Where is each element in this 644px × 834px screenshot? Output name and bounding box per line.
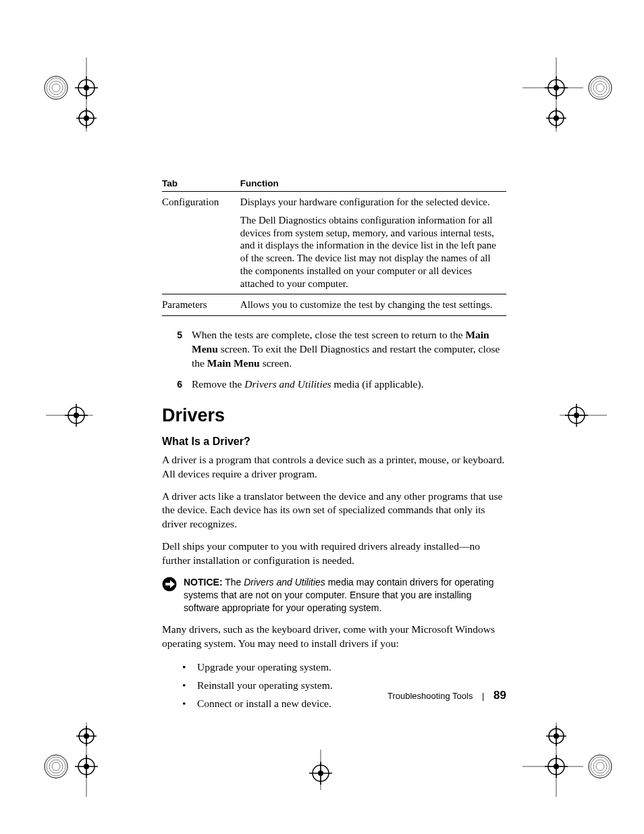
tab-function-table: Tab Function Configuration Displays your… — [162, 176, 506, 316]
step-body: When the tests are complete, close the t… — [192, 328, 506, 371]
table-cell-tab: Parameters — [162, 294, 240, 316]
svg-point-66 — [589, 755, 612, 778]
bullet-list: Upgrade your operating system. Reinstall… — [182, 659, 506, 712]
body-paragraph: A driver acts like a translator between … — [162, 490, 506, 532]
svg-point-20 — [589, 76, 612, 99]
notice-text: NOTICE: The Drivers and Utilities media … — [184, 576, 506, 615]
svg-point-22 — [593, 81, 607, 95]
step-text: Remove the — [192, 378, 244, 390]
table-cell-function: Allows you to customize the test by chan… — [240, 294, 506, 316]
page-content: Tab Function Configuration Displays your… — [162, 176, 506, 714]
table-cell-function: Displays your hardware configuration for… — [240, 192, 506, 294]
svg-point-46 — [52, 762, 60, 771]
notice-italic: Drivers and Utilities — [244, 577, 325, 588]
footer-separator: | — [482, 691, 484, 701]
body-paragraph: Many drivers, such as the keyboard drive… — [162, 623, 506, 651]
table-func-text: Allows you to customize the test by chan… — [240, 298, 502, 311]
step-text: media (if applicable). — [331, 378, 424, 390]
notice-arrow-icon — [162, 577, 178, 592]
step-number: 6 — [162, 377, 192, 392]
step-bold: Main Menu — [207, 357, 260, 369]
crop-mark-bottom-center — [297, 750, 344, 790]
footer-section: Troubleshooting Tools — [387, 691, 473, 701]
page-footer: Troubleshooting Tools | 89 — [162, 689, 506, 702]
table-cell-tab: Configuration — [162, 192, 240, 294]
section-heading-drivers: Drivers — [162, 405, 506, 426]
step-text: screen. — [260, 357, 292, 369]
step-text: When the tests are complete, close the t… — [192, 329, 465, 340]
notice-block: NOTICE: The Drivers and Utilities media … — [162, 576, 506, 615]
svg-point-50 — [84, 764, 89, 769]
step-item: 5 When the tests are complete, close the… — [162, 328, 506, 371]
svg-point-65 — [554, 764, 559, 769]
footer-page-number: 89 — [493, 689, 506, 702]
crop-mark-top-right — [522, 57, 617, 132]
subsection-heading: What Is a Driver? — [162, 436, 506, 448]
crop-mark-top-left — [39, 57, 113, 132]
svg-point-43 — [45, 755, 68, 778]
svg-point-13 — [84, 115, 89, 121]
crop-mark-mid-left — [46, 398, 93, 432]
step-italic: Drivers and Utilities — [244, 378, 331, 390]
svg-point-68 — [593, 760, 607, 773]
table-row: Parameters Allows you to customize the t… — [162, 294, 506, 316]
table-row: Configuration Displays your hardware con… — [162, 192, 506, 294]
body-paragraph: Dell ships your computer to you with req… — [162, 540, 506, 568]
crop-mark-bottom-right — [522, 723, 617, 797]
numbered-steps: 5 When the tests are complete, close the… — [162, 328, 506, 392]
step-number: 5 — [162, 328, 192, 371]
svg-point-45 — [49, 760, 63, 773]
table-header-tab: Tab — [162, 176, 240, 192]
svg-point-23 — [596, 84, 604, 92]
table-header-function: Function — [240, 176, 506, 192]
body-paragraph: A driver is a program that controls a de… — [162, 453, 506, 481]
svg-point-27 — [554, 115, 559, 121]
crop-mark-bottom-left — [39, 723, 113, 797]
svg-point-2 — [49, 81, 63, 95]
svg-point-3 — [52, 84, 60, 92]
step-item: 6 Remove the Drivers and Utilities media… — [162, 377, 506, 392]
svg-point-0 — [45, 76, 68, 99]
table-func-text: The Dell Diagnostics obtains configurati… — [240, 214, 502, 290]
table-func-text: Displays your hardware configuration for… — [240, 196, 502, 209]
notice-part: The — [223, 577, 244, 588]
step-body: Remove the Drivers and Utilities media (… — [192, 377, 506, 392]
notice-label: NOTICE: — [184, 577, 223, 588]
list-item: Upgrade your operating system. — [182, 659, 506, 675]
crop-mark-mid-right — [560, 398, 607, 432]
svg-point-69 — [596, 762, 604, 771]
